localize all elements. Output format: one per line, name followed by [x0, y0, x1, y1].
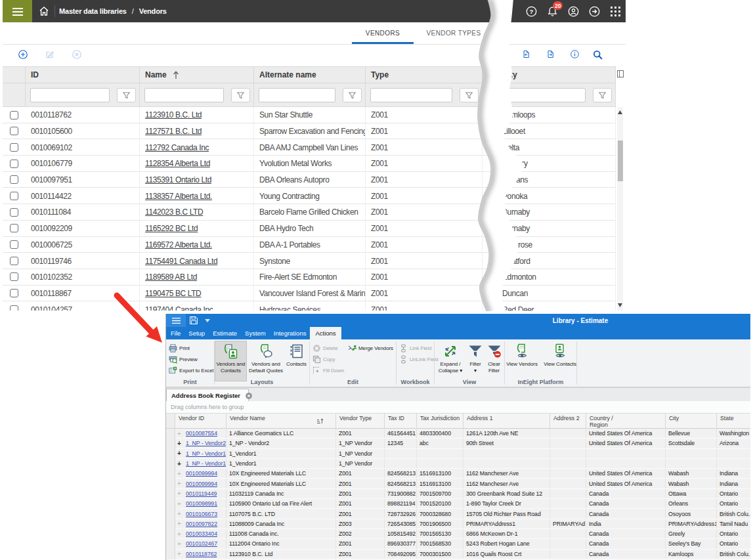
vendor-name-link[interactable]: 1165292 BC Ltd: [145, 224, 198, 233]
vendor-id-link[interactable]: 0010119449: [186, 490, 217, 497]
breadcrumb-parent[interactable]: Master data libraries: [59, 7, 127, 15]
hamburger-menu-button[interactable]: [3, 0, 32, 22]
vendor-row[interactable]: 00101042571197404 Canada IncHydrovac Ser…: [3, 301, 616, 311]
row-indicator[interactable]: [166, 489, 175, 499]
vertical-scrollbar[interactable]: [617, 107, 623, 311]
id-filter-menu-button[interactable]: [117, 88, 136, 102]
grid-column-header-vendor_name[interactable]: Vendor Name: [226, 414, 336, 428]
view-contacts-button[interactable]: View Contacts: [542, 341, 578, 381]
row-indicator[interactable]: [166, 429, 175, 439]
row-checkbox[interactable]: [10, 257, 18, 265]
vendor-row[interactable]: 00101023521189589 AB LtdFire-Alert SE Ed…: [3, 269, 616, 286]
delete-vendor-button[interactable]: [72, 50, 81, 59]
vendor-row[interactable]: 00100979511135391 Ontario LtdDBA Orleans…: [3, 172, 616, 188]
import-button[interactable]: [522, 50, 530, 58]
sign-out-button[interactable]: [584, 0, 605, 22]
vendor-id-link[interactable]: 0010087554: [186, 430, 217, 437]
column-chooser-icon[interactable]: [617, 70, 624, 77]
account-button[interactable]: [563, 0, 584, 22]
column-header-type[interactable]: Type: [366, 67, 483, 83]
copy-button[interactable]: Copy: [312, 354, 335, 364]
vendor-name-link[interactable]: 11754491 Canada Ltd: [145, 257, 217, 266]
row-checkbox[interactable]: [10, 305, 18, 311]
tab-vendors[interactable]: VENDORS: [352, 22, 414, 44]
vendor-name-link[interactable]: 1197404 Canada Inc: [145, 305, 213, 311]
row-checkbox[interactable]: [10, 127, 18, 135]
vendor-id-link[interactable]: 1_NP - Vendor2: [186, 440, 226, 446]
name-filter-input[interactable]: [144, 88, 224, 102]
vendor-row[interactable]: 00101056001127571 B.C. LtdSparrow Excava…: [3, 123, 616, 140]
vendor-name-link[interactable]: 1169572 Alberta Ltd.: [145, 240, 212, 249]
scroll-down-arrow[interactable]: [617, 302, 623, 309]
row-checkbox[interactable]: [10, 289, 18, 297]
vendor-row[interactable]: 00100067251169572 Alberta Ltd.DBA A-1 Po…: [3, 237, 616, 253]
vendor-name-link[interactable]: 1190475 BC LTD: [145, 289, 201, 298]
home-button[interactable]: [38, 5, 50, 17]
layout-vendors-contacts-button[interactable]: Vendors and Contacts: [215, 341, 246, 381]
layout-contacts-button[interactable]: Contacts: [284, 341, 309, 381]
menu-setup[interactable]: Setup: [184, 327, 209, 339]
column-header-city[interactable]: City: [483, 67, 616, 83]
filter-button[interactable]: Filter ▾: [466, 341, 484, 381]
quick-access-dropdown-icon[interactable]: [205, 319, 210, 322]
merge-vendors-button[interactable]: Merge Vendors: [348, 343, 393, 353]
address-book-row[interactable]: +00100875541 Alliance Geomatics LLCZ0014…: [166, 429, 750, 439]
fill-down-button[interactable]: Fill Down: [312, 365, 344, 376]
document-tab-address-book[interactable]: Address Book Register: [166, 389, 249, 402]
menu-actions[interactable]: Actions: [310, 327, 341, 339]
help-button[interactable]: ?: [521, 0, 542, 22]
address-book-row[interactable]: +1_NP - Vendor11_Vendor11_NP Vendor: [166, 449, 750, 459]
menu-estimate[interactable]: Estimate: [209, 327, 241, 339]
vendor-name-link[interactable]: 1127571 B.C. Ltd: [145, 127, 202, 136]
vendor-row[interactable]: 00101187621123910 B.C. LtdSun Star Shutt…: [3, 107, 616, 123]
export-to-excel-button[interactable]: Export to Excel: [169, 365, 213, 376]
link-field-button[interactable]: Link Field: [399, 343, 431, 353]
vendor-row[interactable]: 00101144221138357 Alberta Ltd.Young Cont…: [3, 188, 616, 204]
vendor-row[interactable]: 00101067791128354 Alberta LtdYvolution M…: [3, 156, 616, 172]
city-filter-menu-button[interactable]: [593, 88, 612, 102]
vendor-row[interactable]: 001011974611754491 Canada LtdSynstoneZ00…: [3, 253, 616, 269]
vendor-name-link[interactable]: 1123910 B.C. Ltd: [145, 110, 202, 119]
row-indicator[interactable]: [166, 449, 175, 459]
save-icon[interactable]: [190, 316, 198, 324]
row-checkbox[interactable]: [10, 208, 18, 217]
preview-button[interactable]: Preview: [169, 354, 198, 364]
type-filter-menu-button[interactable]: [460, 88, 479, 102]
row-checkbox[interactable]: [10, 111, 18, 119]
delete-button[interactable]: Delete: [312, 343, 338, 353]
tab-vendor-types[interactable]: VENDOR TYPES: [424, 22, 483, 44]
vendor-id-link[interactable]: 1_NP - Vendor1: [186, 460, 226, 467]
vendor-row[interactable]: 00101188671190475 BC LTDVancouver Island…: [3, 286, 616, 302]
row-checkbox[interactable]: [10, 272, 18, 281]
vendor-row[interactable]: 00100922091165292 BC LtdDBA Hydro TechZ0…: [3, 221, 616, 237]
row-indicator[interactable]: [166, 509, 175, 519]
name-filter-menu-button[interactable]: [231, 88, 250, 102]
address-book-row[interactable]: +1_NP - Vendor21_NP - Vendor21_NP Vendor…: [166, 439, 750, 448]
address-book-row[interactable]: +00101066731107075 B.C. LTDZ001728732926…: [166, 509, 750, 519]
vendor-id-link[interactable]: 0010106673: [186, 511, 217, 517]
city-filter-input[interactable]: [487, 88, 586, 102]
close-tab-icon[interactable]: [246, 393, 252, 399]
row-indicator[interactable]: [166, 459, 175, 469]
scroll-up-arrow[interactable]: [617, 109, 623, 116]
grid-column-header-tax_jurisdiction[interactable]: Tax Jurisdiction: [417, 414, 463, 428]
row-indicator[interactable]: [166, 539, 175, 549]
row-indicator[interactable]: [166, 529, 175, 539]
grid-column-header-tax_id[interactable]: Tax ID: [385, 414, 417, 428]
view-vendors-button[interactable]: View Vendors: [505, 341, 539, 381]
app-menu-button[interactable]: [166, 314, 186, 327]
column-header-name[interactable]: Name: [140, 67, 254, 83]
address-book-row[interactable]: +00101024671112004 Ontario IncZ001896930…: [166, 539, 750, 549]
layout-vendors-default-quotes-button[interactable]: Vendors and Default Quotes: [249, 341, 283, 381]
vendor-row[interactable]: 0010069102112792 Canada IncDBA AMJ Campb…: [3, 139, 616, 156]
vendor-name-link[interactable]: 1189589 AB Ltd: [145, 272, 197, 282]
row-indicator[interactable]: [166, 439, 175, 448]
vendor-id-link[interactable]: 1_NP - Vendor1: [186, 450, 226, 457]
search-button[interactable]: [593, 50, 603, 60]
grid-column-header-vendor_id[interactable]: Vendor ID: [175, 414, 226, 428]
address-book-row[interactable]: +001011944911032119 Canada IncZ001731900…: [166, 489, 750, 499]
expand-collapse-button[interactable]: Expand / Collapse ▾: [436, 341, 465, 381]
grid-column-header-state[interactable]: State: [717, 414, 750, 428]
address-book-row[interactable]: +001009782211088009 Canada IncZ003726543…: [166, 519, 750, 529]
info-button[interactable]: [570, 50, 579, 58]
